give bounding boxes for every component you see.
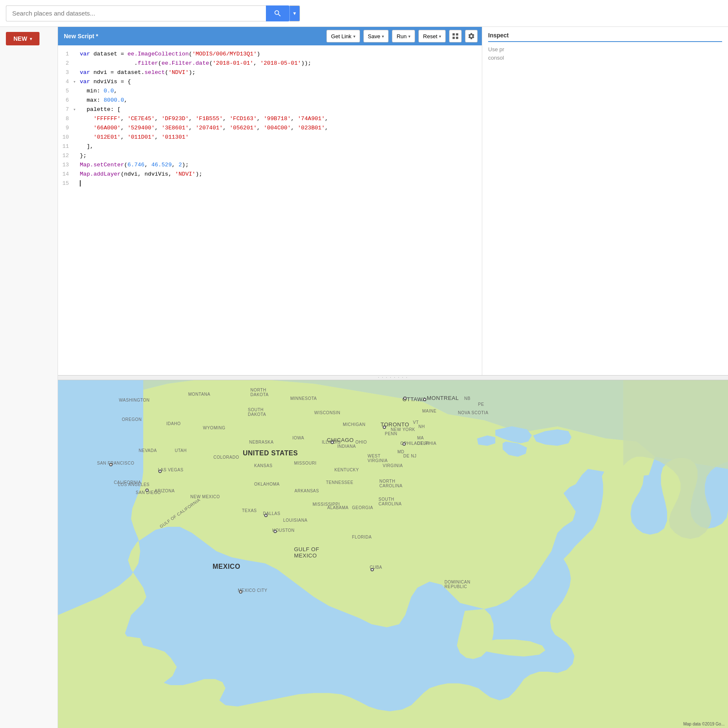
get-link-button[interactable]: Get Link ▾ [326,30,360,42]
line-arrow [73,160,79,162]
city-dot-dallas [264,514,268,517]
code-editor[interactable]: 1 var dataset = ee.ImageCollection('MODI… [58,45,482,375]
line-number: 15 [58,179,73,188]
line-arrow [73,96,79,97]
search-input[interactable] [6,5,266,21]
code-line-15: 15 [58,179,482,188]
code-line-13: 13 Map.setCenter(6.746, 46.529, 2); [58,160,482,170]
reset-arrow: ▾ [439,34,441,39]
line-number: 6 [58,96,73,105]
line-code: ], [79,142,482,151]
editor-panel: New Script * Get Link ▾ Save ▾ Run ▾ Re [58,27,482,375]
code-line-14: 14 Map.addLayer(ndvi, ndviVis, 'NDVI'); [58,170,482,179]
city-dot-houston [273,530,277,533]
inspector-tab[interactable]: Inspect [488,32,509,39]
code-line-11: 11 ], [58,142,482,151]
city-dot-montreal [423,398,426,401]
code-line-3: 3 var ndvi = dataset.select('NDVI'); [58,68,482,77]
city-dot-chicago [331,441,334,444]
search-dropdown-button[interactable]: ▾ [289,5,300,21]
run-label: Run [397,33,407,39]
save-arrow: ▾ [382,34,384,39]
city-dot-philadelphia [402,442,406,446]
search-dropdown-arrow: ▾ [293,10,296,16]
city-dot-mexico-city [239,590,242,594]
reset-label: Reset [423,33,437,39]
new-button-arrow: ▾ [30,37,32,41]
code-line-12: 12 }; [58,151,482,160]
line-arrow [73,114,79,116]
city-dot-toronto [383,426,386,429]
code-line-2: 2 .filter(ee.Filter.date('2018-01-01', '… [58,59,482,68]
code-line-6: 6 max: 8000.0, [58,96,482,105]
line-arrow [73,124,79,125]
grid-icon [452,32,459,40]
line-arrow [73,50,79,51]
sidebar: NEW ▾ [0,27,58,728]
line-number: 7 [58,105,73,114]
run-button[interactable]: Run ▾ [392,30,415,42]
line-arrow [73,59,79,60]
line-number: 3 [58,68,73,77]
line-number: 11 [58,142,73,151]
settings-icon [468,32,475,40]
code-line-1: 1 var dataset = ee.ImageCollection('MODI… [58,50,482,59]
line-arrow: ▾ [73,77,79,86]
new-button-label: NEW [13,35,27,42]
resize-dots: · · · · · · · · [378,375,408,380]
settings-icon-button[interactable] [465,30,478,42]
main-layout: NEW ▾ New Script * Get Link ▾ Save ▾ [0,27,728,728]
map-svg [58,380,728,728]
editor-toolbar: New Script * Get Link ▾ Save ▾ Run ▾ Re [58,27,482,45]
line-code: Map.addLayer(ndvi, ndviVis, 'NDVI'); [79,170,482,179]
grid-icon-button[interactable] [449,30,462,42]
code-line-4: 4 ▾ var ndviVis = { [58,77,482,87]
code-line-10: 10 '012E01', '011D01', '011301' [58,133,482,142]
line-arrow [73,68,79,69]
city-dot-san-diego [145,489,149,492]
line-code: .filter(ee.Filter.date('2018-01-01', '20… [79,59,482,68]
search-icon [273,9,282,18]
new-button[interactable]: NEW ▾ [6,32,39,45]
vertical-resize-handle[interactable]: · · · · · · · · [58,375,728,380]
line-code: var dataset = ee.ImageCollection('MODIS/… [79,50,482,59]
line-number: 12 [58,151,73,160]
code-line-7: 7 ▾ palette: [ [58,105,482,114]
line-number: 4 [58,77,73,87]
line-arrow [73,151,79,152]
line-code: var ndviVis = { [79,77,482,87]
code-line-9: 9 '66A000', '529400', '3E8601', '207401'… [58,124,482,133]
line-arrow [73,179,79,180]
city-dot-san-francisco [109,463,113,466]
search-container: ▾ [6,5,300,21]
line-code: min: 0.0, [79,87,482,96]
map-area[interactable]: WASHINGTON MONTANA NORTHDAKOTA MINNESOTA… [58,380,728,728]
line-code: 'FFFFFF', 'CE7E45', 'DF923D', 'F1B555', … [79,114,482,124]
top-bar: ▾ [0,0,728,27]
code-line-8: 8 'FFFFFF', 'CE7E45', 'DF923D', 'F1B555'… [58,114,482,124]
code-line-5: 5 min: 0.0, [58,87,482,96]
line-number: 9 [58,124,73,133]
save-label: Save [368,33,381,39]
run-arrow: ▾ [408,34,410,39]
city-dot-cuba [371,568,374,571]
line-code: }; [79,151,482,160]
reset-button[interactable]: Reset ▾ [418,30,446,42]
line-number: 1 [58,50,73,59]
line-code [79,179,482,188]
line-number: 14 [58,170,73,179]
inspector-panel: Inspect Use prconsol [482,27,728,375]
city-dot-las-vegas [158,470,162,473]
line-number: 10 [58,133,73,142]
line-arrow [73,142,79,143]
script-title: New Script * [62,33,323,39]
line-code: Map.setCenter(6.746, 46.529, 2); [79,160,482,170]
save-button[interactable]: Save ▾ [363,30,389,42]
get-link-arrow: ▾ [353,34,355,39]
editor-inspector-row: New Script * Get Link ▾ Save ▾ Run ▾ Re [58,27,728,375]
line-number: 2 [58,59,73,68]
search-button[interactable] [266,5,289,21]
get-link-label: Get Link [331,33,351,39]
left-column: New Script * Get Link ▾ Save ▾ Run ▾ Re [58,27,728,728]
line-number: 8 [58,114,73,124]
